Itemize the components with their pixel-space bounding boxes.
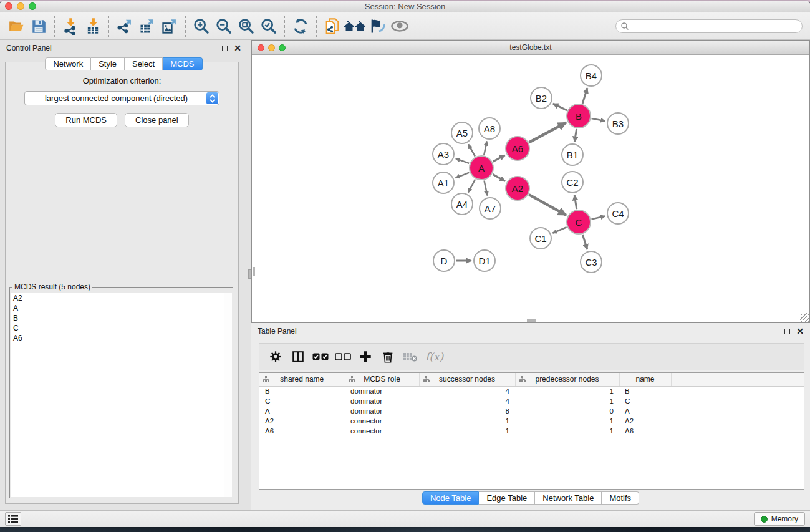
tab-style[interactable]: Style	[91, 57, 125, 70]
table-cell[interactable]: 1	[515, 426, 619, 436]
table-cell[interactable]: dominator	[345, 386, 419, 396]
graph-node-D1[interactable]: D1	[473, 249, 496, 272]
network-canvas[interactable]: AA1A2A3A4A5A6A7A8BB1B2B3B4CC1C2C3C4DD1	[252, 55, 809, 322]
delete-table-icon[interactable]	[400, 347, 420, 367]
table-row[interactable]: A6connector11A6	[259, 426, 804, 436]
table-cell[interactable]: B	[619, 386, 671, 396]
save-session-icon[interactable]	[27, 15, 50, 37]
list-item[interactable]: A2	[11, 293, 232, 303]
table-cell[interactable]: 4	[419, 396, 515, 406]
table-cell[interactable]: dominator	[345, 396, 419, 406]
table-cell[interactable]: 1	[515, 396, 619, 406]
resize-grip-icon[interactable]	[800, 313, 809, 322]
tab-node-table[interactable]: Node Table	[422, 491, 480, 505]
function-builder-icon[interactable]: f(x)	[425, 351, 443, 363]
graph-node-A8[interactable]: A8	[478, 117, 501, 140]
column-header[interactable]: MCDS role	[345, 373, 419, 386]
table-cell[interactable]: A2	[619, 416, 671, 426]
column-header[interactable]: predecessor nodes	[515, 373, 619, 386]
graph-edge-A-A7[interactable]	[484, 181, 487, 196]
table-cell[interactable]: 1	[419, 426, 515, 436]
mcds-result-list[interactable]: A2 A B C A6	[11, 293, 232, 497]
close-panel-icon[interactable]: ✕	[234, 46, 241, 51]
column-header[interactable]: successor nodes	[419, 373, 515, 386]
run-mcds-button[interactable]: Run MCDS	[55, 113, 117, 127]
network-window-titlebar[interactable]: testGlobe.txt	[252, 41, 809, 55]
table-cell[interactable]: B	[259, 386, 345, 396]
add-icon[interactable]	[355, 347, 375, 367]
graph-edge-C-C1[interactable]	[552, 227, 566, 233]
delete-icon[interactable]	[378, 347, 398, 367]
table-row[interactable]: A2connector11A2	[259, 416, 804, 426]
gear-icon[interactable]	[266, 347, 286, 367]
table-row[interactable]: Adominator80A	[259, 406, 804, 416]
zoom-out-icon[interactable]	[213, 15, 235, 37]
show-graphics-icon[interactable]	[388, 15, 411, 37]
graph-node-C[interactable]: C	[566, 210, 591, 235]
graph-node-D[interactable]: D	[433, 249, 455, 272]
graph-edge-C-C2[interactable]	[574, 195, 577, 210]
graph-node-B[interactable]: B	[566, 104, 591, 128]
home-icon[interactable]	[344, 15, 366, 37]
graph-edge-A2-C[interactable]	[529, 195, 566, 215]
table-row[interactable]: Bdominator41B	[259, 386, 804, 396]
graph-node-C3[interactable]: C3	[580, 251, 602, 273]
float-panel-icon[interactable]	[222, 46, 228, 51]
close-panel-icon[interactable]: ✕	[796, 329, 804, 334]
table-row[interactable]: Cdominator41C	[259, 396, 804, 406]
table-cell[interactable]: 1	[515, 416, 619, 426]
export-image-icon[interactable]	[158, 15, 181, 37]
window-titlebar[interactable]: Session: New Session	[0, 1, 810, 12]
graph-edge-A-A3[interactable]	[456, 158, 469, 163]
table-cell[interactable]: A2	[259, 416, 345, 426]
tab-network-table[interactable]: Network Table	[535, 491, 602, 505]
table-cell[interactable]: dominator	[345, 406, 419, 416]
graph-edge-A-A2[interactable]	[493, 174, 505, 181]
minimize-network-window-button[interactable]	[268, 44, 275, 51]
tab-select[interactable]: Select	[125, 57, 163, 70]
graph-node-A6[interactable]: A6	[505, 136, 530, 161]
import-network-icon[interactable]	[59, 15, 82, 37]
tab-mcds[interactable]: MCDS	[163, 57, 202, 70]
table-cell[interactable]: C	[619, 396, 671, 406]
tab-network[interactable]: Network	[45, 57, 91, 70]
graph-edge-B-B4[interactable]	[582, 88, 587, 104]
zoom-in-icon[interactable]	[190, 15, 213, 37]
export-table-icon[interactable]	[136, 15, 158, 37]
graph-edge-A-A8[interactable]	[484, 142, 487, 155]
graph-node-A4[interactable]: A4	[451, 193, 473, 215]
table-cell[interactable]: A	[259, 406, 345, 416]
graph-node-B1[interactable]: B1	[561, 143, 584, 166]
column-header[interactable]: name	[619, 373, 671, 386]
graph-edge-C-C4[interactable]	[591, 216, 605, 220]
graph-edge-A-A6[interactable]	[493, 155, 505, 162]
graph-node-C4[interactable]: C4	[607, 202, 629, 225]
graph-node-C1[interactable]: C1	[529, 227, 552, 249]
graph-edge-A-A5[interactable]	[468, 144, 475, 156]
graph-node-A1[interactable]: A1	[432, 172, 455, 194]
column-header[interactable]: shared name	[259, 373, 345, 386]
table-cell[interactable]: 0	[515, 406, 619, 416]
table-cell[interactable]: 8	[419, 406, 515, 416]
tab-motifs[interactable]: Motifs	[602, 491, 639, 505]
zoom-selected-icon[interactable]	[258, 15, 280, 37]
open-session-icon[interactable]	[5, 15, 27, 37]
graph-edge-A-A1[interactable]	[456, 173, 470, 178]
table-cell[interactable]: connector	[345, 416, 419, 426]
list-item[interactable]: A	[11, 303, 232, 313]
graph-node-B3[interactable]: B3	[607, 112, 629, 135]
graph-node-B4[interactable]: B4	[580, 64, 602, 87]
graph-node-A5[interactable]: A5	[451, 122, 473, 144]
list-item[interactable]: C	[11, 323, 232, 333]
graph-node-A2[interactable]: A2	[505, 176, 530, 201]
memory-button[interactable]: Memory	[754, 512, 805, 526]
graph-node-A[interactable]: A	[469, 155, 494, 180]
clone-network-icon[interactable]	[321, 15, 344, 37]
deselect-all-icon[interactable]	[333, 347, 353, 367]
search-input[interactable]	[615, 19, 803, 33]
tab-edge-table[interactable]: Edge Table	[479, 491, 535, 505]
graph-edge-A6-B[interactable]	[529, 123, 566, 142]
task-history-icon[interactable]	[5, 512, 21, 526]
graph-node-C2[interactable]: C2	[561, 171, 584, 193]
export-network-icon[interactable]	[113, 15, 136, 37]
